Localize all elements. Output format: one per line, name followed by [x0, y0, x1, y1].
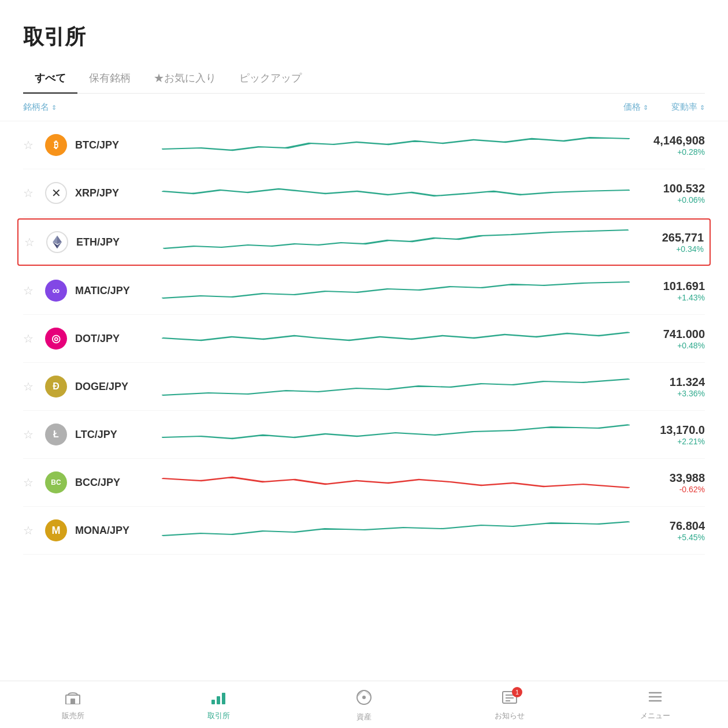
coin-icon-eth	[46, 231, 68, 253]
price-area-matic: 101.691 +1.43%	[636, 280, 705, 302]
nav-exchange-label: 取引所	[207, 711, 230, 721]
favorite-star-matic[interactable]: ☆	[23, 284, 37, 298]
news-badge: 1	[512, 687, 522, 697]
price-matic: 101.691	[636, 280, 705, 293]
price-sort-icon: ⇕	[643, 104, 648, 111]
table-row[interactable]: ☆ ₿ BTC/JPY 4,146,908 +0.28%	[23, 121, 705, 169]
favorite-star-btc[interactable]: ☆	[23, 138, 37, 152]
tab-favorites[interactable]: ★お気に入り	[142, 63, 228, 93]
favorite-star-dot[interactable]: ☆	[23, 332, 37, 346]
nav-exchange[interactable]: 取引所	[146, 687, 291, 725]
change-sort-icon: ⇕	[700, 104, 705, 111]
coin-symbol-doge: DOGE/JPY	[75, 381, 156, 393]
change-eth: +0.34%	[634, 244, 704, 254]
column-headers: 銘柄名 ⇕ 価格 ⇕ 変動率 ⇕	[0, 94, 728, 121]
chart-ltc	[162, 421, 630, 448]
exchange-icon	[210, 689, 226, 708]
coin-symbol-mona: MONA/JPY	[75, 525, 156, 537]
tab-all[interactable]: すべて	[23, 63, 77, 93]
svg-point-10	[362, 696, 366, 699]
news-icon: 1	[502, 689, 518, 708]
chart-matic	[162, 277, 630, 304]
tab-bar: すべて 保有銘柄 ★お気に入り ピックアップ	[23, 63, 705, 94]
menu-icon	[647, 689, 663, 708]
price-xrp: 100.532	[636, 182, 705, 195]
price-dot: 741.000	[636, 328, 705, 341]
table-row[interactable]: ☆ ✕ XRP/JPY 100.532 +0.06%	[23, 169, 705, 217]
favorite-star-eth[interactable]: ☆	[24, 235, 38, 249]
change-doge: +3.36%	[636, 389, 705, 398]
tab-pickup[interactable]: ピックアップ	[228, 63, 313, 93]
tab-holdings[interactable]: 保有銘柄	[77, 63, 142, 93]
coin-symbol-eth: ETH/JPY	[76, 236, 157, 248]
favorite-star-doge[interactable]: ☆	[23, 380, 37, 393]
coin-icon-bcc: BC	[45, 471, 67, 493]
table-row[interactable]: ☆ Ð DOGE/JPY 11.324 +3.36%	[23, 363, 705, 411]
coin-symbol-xrp: XRP/JPY	[75, 187, 156, 199]
coin-icon-btc: ₿	[45, 134, 67, 156]
favorite-star-xrp[interactable]: ☆	[23, 186, 37, 200]
nav-news-label: お知らせ	[495, 711, 525, 721]
nav-assets-label: 資産	[356, 712, 372, 722]
price-area-bcc: 33,988 -0.62%	[636, 471, 705, 494]
coin-symbol-matic: MATIC/JPY	[75, 285, 156, 297]
chart-xrp	[162, 180, 630, 206]
change-bcc: -0.62%	[636, 485, 705, 494]
price-area-xrp: 100.532 +0.06%	[636, 182, 705, 205]
col-change-header[interactable]: 変動率 ⇕	[671, 102, 705, 113]
favorite-star-bcc[interactable]: ☆	[23, 476, 37, 489]
crypto-list: ☆ ₿ BTC/JPY 4,146,908 +0.28% ☆ ✕ XRP/JPY	[0, 121, 728, 681]
change-ltc: +2.21%	[636, 437, 705, 446]
page-title: 取引所	[23, 23, 705, 51]
table-row-eth[interactable]: ☆ ETH/JPY 265,771 +0.34%	[17, 218, 711, 266]
table-row[interactable]: ☆ M MONA/JPY 76.804 +5.45%	[23, 507, 705, 555]
nav-menu[interactable]: メニュー	[582, 687, 728, 725]
coin-icon-matic: ∞	[45, 280, 67, 302]
svg-rect-7	[217, 696, 220, 704]
svg-rect-6	[211, 700, 215, 704]
table-row[interactable]: ☆ ∞ MATIC/JPY 101.691 +1.43%	[23, 267, 705, 315]
chart-mona	[162, 517, 630, 544]
coin-icon-xrp: ✕	[45, 182, 67, 204]
price-mona: 76.804	[636, 519, 705, 533]
price-btc: 4,146,908	[636, 134, 705, 147]
coin-symbol-ltc: LTC/JPY	[75, 429, 156, 441]
table-row[interactable]: ☆ BC BCC/JPY 33,988 -0.62%	[23, 459, 705, 507]
coin-icon-mona: M	[45, 519, 67, 541]
col-price-header[interactable]: 価格 ⇕	[623, 102, 648, 113]
coin-symbol-btc: BTC/JPY	[75, 139, 156, 151]
favorite-star-mona[interactable]: ☆	[23, 523, 37, 537]
price-area-doge: 11.324 +3.36%	[636, 376, 705, 398]
app-container: 取引所 すべて 保有銘柄 ★お気に入り ピックアップ 銘柄名 ⇕ 価格 ⇕ 変動…	[0, 0, 728, 728]
change-mona: +5.45%	[636, 533, 705, 542]
nav-assets[interactable]: 資産	[291, 687, 437, 725]
col-name-header[interactable]: 銘柄名 ⇕	[23, 102, 57, 113]
table-row[interactable]: ☆ ◎ DOT/JPY 741.000 +0.48%	[23, 315, 705, 363]
svg-rect-8	[222, 693, 225, 704]
change-matic: +1.43%	[636, 293, 705, 302]
page-header: 取引所 すべて 保有銘柄 ★お気に入り ピックアップ	[0, 0, 728, 94]
chart-doge	[162, 373, 630, 400]
price-area-ltc: 13,170.0 +2.21%	[636, 424, 705, 446]
nav-news[interactable]: 1 お知らせ	[437, 687, 582, 725]
change-btc: +0.28%	[636, 147, 705, 157]
chart-eth	[163, 229, 629, 255]
price-doge: 11.324	[636, 376, 705, 389]
coin-icon-dot: ◎	[45, 328, 67, 350]
coin-symbol-dot: DOT/JPY	[75, 333, 156, 345]
price-area-mona: 76.804 +5.45%	[636, 519, 705, 542]
svg-rect-5	[70, 699, 75, 704]
favorite-star-ltc[interactable]: ☆	[23, 428, 37, 441]
price-area-btc: 4,146,908 +0.28%	[636, 134, 705, 157]
chart-bcc	[162, 469, 630, 496]
nav-shop-label: 販売所	[62, 711, 84, 721]
price-eth: 265,771	[634, 231, 704, 244]
price-ltc: 13,170.0	[636, 424, 705, 437]
nav-shop[interactable]: 販売所	[0, 687, 146, 725]
bottom-nav: 販売所 取引所 資産	[0, 681, 728, 728]
coin-symbol-bcc: BCC/JPY	[75, 477, 156, 489]
coin-icon-ltc: Ł	[45, 424, 67, 445]
coin-icon-doge: Ð	[45, 376, 67, 398]
chart-dot	[162, 325, 630, 352]
table-row[interactable]: ☆ Ł LTC/JPY 13,170.0 +2.21%	[23, 411, 705, 459]
